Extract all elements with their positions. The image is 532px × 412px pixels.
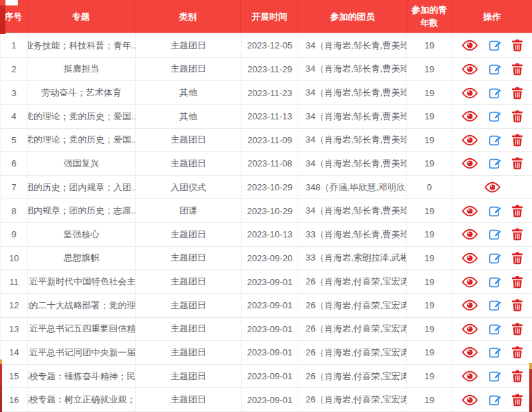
edit-square-pencil-icon[interactable] (488, 370, 501, 383)
cell-category: 团课 (136, 199, 242, 222)
edit-square-pencil-icon[interactable] (488, 346, 501, 359)
cell-youth-count: 19 (407, 388, 452, 411)
trash-icon[interactable] (512, 370, 523, 383)
eye-icon[interactable] (462, 63, 478, 75)
cell-date: 2023-11-23 (242, 81, 299, 104)
cell-actions (452, 199, 532, 222)
trash-icon[interactable] (512, 110, 523, 123)
eye-icon[interactable] (462, 134, 478, 146)
eye-icon[interactable] (462, 205, 478, 217)
edit-square-pencil-icon[interactable] (488, 87, 501, 100)
cell-no: 2 (1, 58, 28, 81)
trash-icon[interactable] (512, 323, 523, 336)
eye-icon[interactable] (462, 394, 478, 406)
eye-icon[interactable] (484, 181, 501, 193)
cell-category: 主题团日 (136, 388, 242, 411)
edit-square-pencil-icon[interactable] (488, 39, 501, 52)
edit-square-pencil-icon[interactable] (488, 205, 501, 218)
eye-icon[interactable] (462, 276, 478, 288)
trash-icon[interactable] (512, 39, 523, 52)
edit-square-pencil-icon[interactable] (488, 323, 501, 336)
cell-date: 2023-11-13 (242, 105, 299, 128)
table-row: 4 党的理论；党的历史；爱国... 其他 2023-11-13 34（肖海岩,邹… (1, 105, 532, 129)
eye-icon[interactable] (462, 323, 478, 335)
cell-category: 主题团日 (136, 34, 242, 57)
cell-category: 主题团日 (136, 129, 242, 152)
cell-youth-count: 19 (407, 34, 452, 57)
cell-no: 7 (1, 176, 28, 199)
cell-youth-count: 19 (407, 318, 452, 341)
eye-icon[interactable] (462, 111, 478, 122)
header-topic: 专题 (27, 0, 135, 33)
table-row: 2 挺膺担当 主题团日 2023-11-29 34（肖海岩,邹长青,曹美玲,..… (1, 58, 532, 82)
cell-date: 2023-12-05 (242, 34, 299, 57)
cell-youth-count: 19 (407, 199, 452, 222)
trash-icon[interactable] (512, 87, 523, 100)
cell-members: 26（肖海岩,付喜荣,宝宏涛,张... (298, 270, 407, 293)
cell-youth-count: 0 (407, 176, 452, 199)
cell-actions (452, 105, 532, 128)
edit-square-pencil-icon[interactable] (488, 134, 501, 147)
table-row: 14 习近平总书记同团中央新一届... 主题团日 2023-09-01 26（肖… (1, 341, 532, 365)
eye-icon[interactable] (462, 229, 478, 240)
edit-square-pencil-icon[interactable] (488, 228, 501, 241)
trash-icon[interactable] (512, 157, 523, 170)
cell-members: 34（肖海岩,邹长青,曹美玲,... (298, 105, 407, 128)
cell-date: 2023-09-20 (242, 247, 299, 270)
cell-no: 3 (1, 81, 28, 104)
eye-icon[interactable] (462, 40, 478, 51)
cell-date: 2023-09-01 (242, 294, 299, 317)
eye-icon[interactable] (462, 299, 478, 311)
table-row: 9 坚强核心 主题团日 2023-10-13 33（肖海岩,邹长青,曹美玲,..… (1, 223, 532, 247)
table-row: 8 团内规章；团的历史；志愿... 团课 2023-10-29 34（肖海岩,邹… (1, 199, 532, 223)
cell-date: 2023-09-01 (242, 270, 299, 293)
cell-no: 16 (1, 388, 28, 411)
edit-square-pencil-icon[interactable] (488, 110, 501, 123)
cell-youth-count: 19 (407, 223, 452, 246)
cell-actions (452, 318, 532, 341)
trash-icon[interactable] (512, 252, 523, 265)
cell-category: 主题团日 (136, 247, 242, 270)
cell-members: 34（肖海岩,邹长青,曹美玲,... (298, 199, 407, 222)
cell-date: 2023-09-01 (242, 318, 299, 341)
cell-date: 2023-09-01 (242, 388, 299, 411)
edit-square-pencil-icon[interactable] (488, 276, 501, 289)
eye-icon[interactable] (462, 158, 478, 169)
trash-icon[interactable] (512, 228, 523, 241)
cell-category: 其他 (136, 81, 242, 104)
cell-topic: 劳动奋斗；艺术体育 (28, 81, 136, 104)
eye-icon[interactable] (462, 370, 478, 382)
edit-square-pencil-icon[interactable] (488, 394, 501, 407)
edit-square-pencil-icon[interactable] (488, 157, 501, 170)
cell-no: 13 (1, 318, 28, 341)
cell-topic: 挺膺担当 (28, 58, 136, 81)
cell-topic: 团内规章；团的历史；志愿... (28, 199, 136, 222)
cell-no: 11 (1, 270, 28, 293)
cell-date: 2023-09-01 (242, 341, 299, 364)
edit-square-pencil-icon[interactable] (488, 63, 501, 76)
cell-actions (452, 388, 532, 411)
trash-icon[interactable] (512, 394, 523, 407)
cell-date: 2023-09-01 (242, 365, 299, 388)
table-body: 1 业务技能；科技科普；青年... 主题团日 2023-12-05 34（肖海岩… (0, 34, 532, 412)
cell-category: 主题团日 (136, 294, 242, 317)
cell-date: 2023-11-29 (242, 58, 299, 81)
edit-square-pencil-icon[interactable] (488, 252, 501, 265)
trash-icon[interactable] (512, 205, 523, 218)
trash-icon[interactable] (512, 299, 523, 312)
page-edge-strip-right-bottom (529, 363, 532, 412)
eye-icon[interactable] (462, 252, 478, 264)
trash-icon[interactable] (512, 63, 523, 76)
edit-square-pencil-icon[interactable] (488, 299, 501, 312)
eye-icon[interactable] (462, 347, 478, 358)
cell-members: 26（肖海岩,付喜荣,宝宏涛,邵... (298, 365, 407, 388)
cell-topic: 坚强核心 (28, 223, 136, 246)
trash-icon[interactable] (512, 346, 523, 359)
trash-icon[interactable] (512, 134, 523, 147)
cell-date: 2023-11-09 (242, 129, 299, 152)
header-youth-count: 参加的青年数 (407, 0, 452, 33)
trash-icon[interactable] (512, 276, 523, 289)
eye-icon[interactable] (462, 87, 478, 99)
cell-topic: 习近平总书记五四重要回信精... (28, 318, 136, 341)
cell-youth-count: 19 (407, 247, 452, 270)
